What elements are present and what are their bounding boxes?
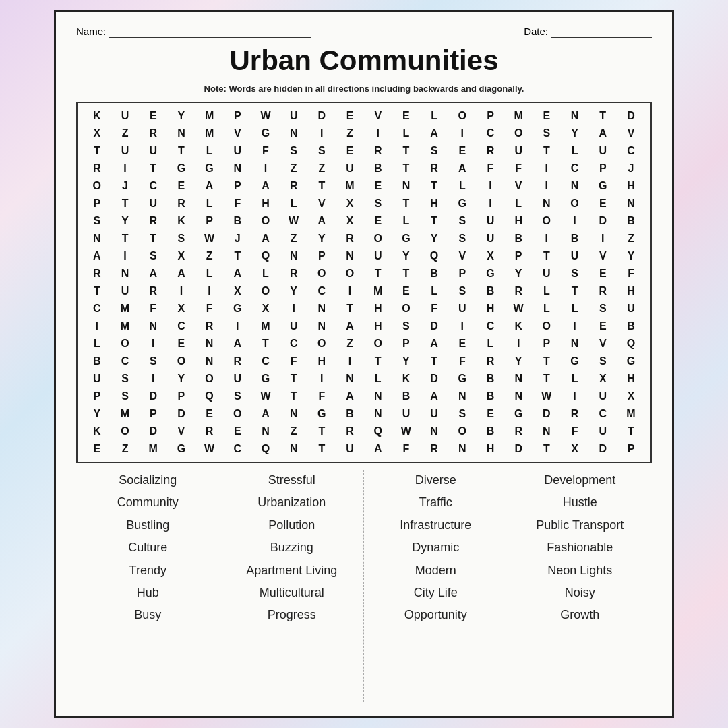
grid-cell: X xyxy=(223,282,251,300)
grid-cell: Y xyxy=(167,370,195,388)
grid-cell: D xyxy=(308,107,336,125)
grid-cell: U xyxy=(588,423,617,440)
grid-cell: I xyxy=(533,230,561,247)
grid-cell: P xyxy=(139,405,167,423)
grid-cell: K xyxy=(83,423,111,440)
grid-cell: L xyxy=(392,125,421,142)
grid-cell: T xyxy=(308,177,336,195)
grid-cell: Q xyxy=(251,440,280,458)
grid-cell: E xyxy=(533,107,561,125)
name-label: Name: xyxy=(76,26,106,37)
grid-cell: M xyxy=(336,177,364,195)
grid-cell: K xyxy=(504,317,533,335)
grid-cell: C xyxy=(83,300,111,317)
grid-cell: X xyxy=(336,212,364,230)
grid-cell: T xyxy=(392,142,421,160)
grid-cell: S xyxy=(533,125,561,142)
grid-cell: O xyxy=(448,107,477,125)
grid-cell: V xyxy=(588,335,617,353)
grid-cell: D xyxy=(420,370,448,388)
grid-cell: T xyxy=(617,423,645,440)
grid-cell: A xyxy=(223,265,251,282)
grid-cell: A xyxy=(251,405,280,423)
grid-cell: A xyxy=(308,212,336,230)
grid-cell: I xyxy=(308,125,336,142)
grid-cell: N xyxy=(561,177,589,195)
grid-cell: B xyxy=(617,317,645,335)
grid-cell: U xyxy=(280,107,308,125)
grid-cell: O xyxy=(364,230,392,247)
grid-cell: Z xyxy=(308,160,336,177)
grid-cell: L xyxy=(251,265,280,282)
grid-cell: N xyxy=(364,388,392,405)
grid-cell: Y xyxy=(83,405,111,423)
grid-cell: S xyxy=(111,370,140,388)
grid-cell: U xyxy=(588,388,617,405)
word-item: Multicultural xyxy=(260,582,324,603)
grid-cell: M xyxy=(364,282,392,300)
grid-cell: L xyxy=(195,265,224,282)
grid-cell: L xyxy=(195,195,224,212)
grid-cell: U xyxy=(83,370,111,388)
grid-cell: R xyxy=(364,142,392,160)
grid-cell: P xyxy=(617,440,645,458)
grid-cell: P xyxy=(448,265,477,282)
grid-cell: U xyxy=(504,142,533,160)
grid-cell: M xyxy=(111,405,140,423)
word-col-3: DevelopmentHustlePublic TransportFashion… xyxy=(508,470,653,702)
grid-cell: I xyxy=(280,300,308,317)
grid-cell: O xyxy=(308,335,336,353)
grid-cell: N xyxy=(195,335,224,353)
grid-cell: T xyxy=(364,265,392,282)
grid-cell: G xyxy=(195,160,224,177)
grid-cell: F xyxy=(251,142,280,160)
grid-cell: C xyxy=(617,142,645,160)
grid-cell: T xyxy=(111,230,140,247)
grid-cell: E xyxy=(448,142,477,160)
grid-cell: G xyxy=(588,177,617,195)
grid-cell: Y xyxy=(392,247,421,265)
word-search-grid: KUEYMPWUDEVELOPMENTDXZRNMVGNIZILAICOSYAV… xyxy=(76,102,652,463)
grid-cell: G xyxy=(477,265,505,282)
grid-cell: N xyxy=(448,440,477,458)
grid-cell: M xyxy=(504,107,533,125)
grid-cell: N xyxy=(280,405,308,423)
grid-cell: H xyxy=(617,370,645,388)
grid-cell: Q xyxy=(251,247,280,265)
grid-cell: S xyxy=(308,142,336,160)
grid-cell: O xyxy=(504,125,533,142)
grid-cell: R xyxy=(477,353,505,370)
grid-cell: A xyxy=(251,177,280,195)
grid-cell: T xyxy=(83,142,111,160)
grid-cell: B xyxy=(420,265,448,282)
word-col-1: StressfulUrbanizationPollutionBuzzingApa… xyxy=(220,470,365,702)
grid-cell: F xyxy=(448,353,477,370)
grid-cell: G xyxy=(448,370,477,388)
grid-cell: M xyxy=(617,405,645,423)
grid-cell: A xyxy=(251,230,280,247)
word-item: Busy xyxy=(134,605,161,626)
grid-cell: P xyxy=(588,160,617,177)
grid-cell: Y xyxy=(561,125,589,142)
grid-cell: I xyxy=(139,335,167,353)
grid-cell: S xyxy=(83,212,111,230)
grid-cell: T xyxy=(533,370,561,388)
grid-table: KUEYMPWUDEVELOPMENTDXZRNMVGNIZILAICOSYAV… xyxy=(83,107,645,458)
word-item: Culture xyxy=(128,537,167,558)
grid-cell: I xyxy=(364,125,392,142)
word-item: Neon Lights xyxy=(547,560,612,581)
grid-cell: I xyxy=(533,177,561,195)
grid-cell: O xyxy=(223,405,251,423)
word-item: Growth xyxy=(560,605,599,626)
grid-cell: C xyxy=(111,353,140,370)
grid-cell: H xyxy=(477,440,505,458)
grid-cell: G xyxy=(561,353,589,370)
grid-cell: T xyxy=(533,142,561,160)
grid-cell: B xyxy=(477,282,505,300)
grid-cell: V xyxy=(588,247,617,265)
grid-cell: P xyxy=(167,388,195,405)
word-col-2: DiverseTrafficInfrastructureDynamicModer… xyxy=(364,470,508,702)
grid-cell: A xyxy=(420,335,448,353)
grid-cell: D xyxy=(588,212,617,230)
grid-cell: U xyxy=(561,247,589,265)
